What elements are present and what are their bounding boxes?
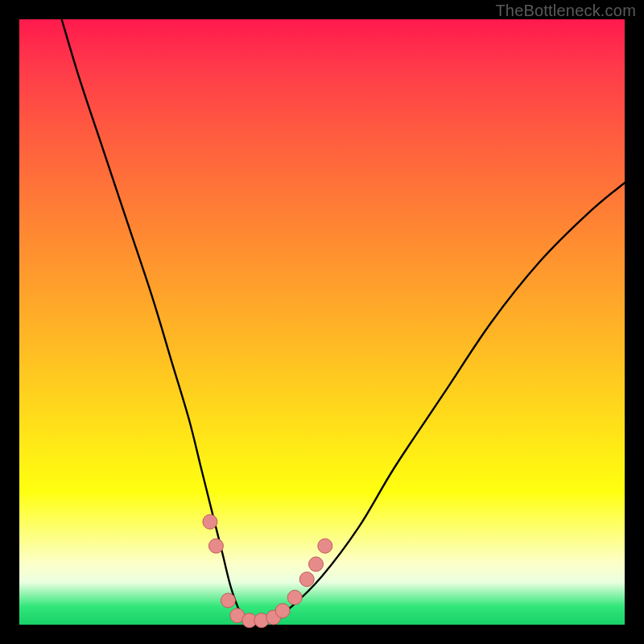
chart-frame: TheBottleneck.com — [0, 0, 644, 644]
curve-marker — [309, 557, 324, 572]
curve-marker — [208, 539, 223, 553]
curve-marker — [275, 604, 290, 618]
curve-marker — [318, 539, 332, 553]
curve-marker — [203, 514, 217, 529]
watermark-text: TheBottleneck.com — [495, 2, 636, 20]
bottleneck-curve-path — [62, 19, 625, 626]
plot-area — [19, 19, 625, 625]
curve-marker — [221, 593, 235, 608]
curve-markers — [203, 514, 332, 628]
curve-svg — [19, 19, 625, 625]
curve-marker — [287, 590, 302, 605]
curve-marker — [299, 572, 314, 587]
